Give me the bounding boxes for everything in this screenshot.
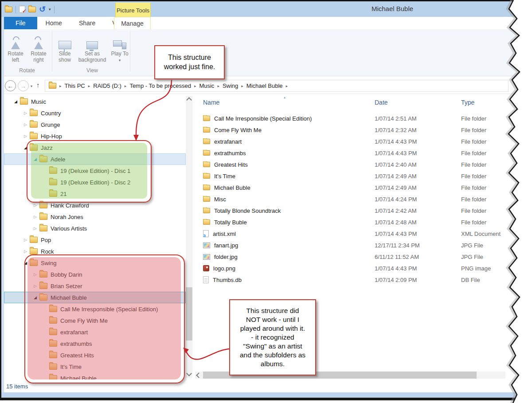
tab-share[interactable]: Share xyxy=(70,17,104,29)
file-row[interactable]: Misc 1/07/14 4:24 PM File folder xyxy=(195,193,510,205)
breadcrumb-segment[interactable]: Michael Buble ▸ xyxy=(246,82,291,89)
file-name: artist.xml xyxy=(213,231,236,237)
file-name-cell: extrathumbs xyxy=(203,150,375,157)
contextual-tab-group: Picture Tools xyxy=(115,3,151,18)
new-folder-icon[interactable] xyxy=(28,7,36,12)
file-type-cell: File folder xyxy=(461,207,510,214)
file-name: Michael Buble xyxy=(214,184,250,191)
tree-row[interactable]: Music xyxy=(4,96,186,107)
file-row[interactable]: It's Time 1/07/14 2:49 AM File folder xyxy=(195,170,510,182)
file-row[interactable]: Totally Blonde Soundtrack 1/07/14 2:42 A… xyxy=(195,205,510,216)
tree-row[interactable]: Country xyxy=(4,107,186,119)
tab-home[interactable]: Home xyxy=(37,17,70,29)
expander-icon[interactable] xyxy=(22,238,29,242)
folder-icon xyxy=(39,202,47,208)
properties-icon[interactable] xyxy=(19,6,25,13)
scroll-down-icon[interactable] xyxy=(186,371,192,376)
expander-icon[interactable] xyxy=(32,227,39,231)
tree-row[interactable]: Pop xyxy=(4,234,186,246)
tree-row[interactable]: Norah Jones xyxy=(4,211,186,223)
tree-vertical-scrollbar[interactable] xyxy=(186,96,192,378)
tree-row[interactable]: Various Artists xyxy=(4,223,186,234)
breadcrumb-segment[interactable]: RAID5 (D:) ▸ xyxy=(93,82,129,89)
file-name-cell: folder.jpg xyxy=(203,254,375,260)
file-row[interactable]: Greatest Hits 1/07/14 2:40 AM File folde… xyxy=(195,159,510,170)
scrollbar-thumb[interactable] xyxy=(186,287,192,340)
file-date-cell: 1/07/14 4:43 PM xyxy=(375,150,461,157)
tab-file[interactable]: File xyxy=(4,17,37,29)
column-header-type[interactable]: Type xyxy=(461,99,510,106)
file-row[interactable]: fanart.jpg 12/17/11 2:34 PM JPG File xyxy=(195,239,510,251)
file-row[interactable]: Call Me Irresponsible (Special Edition) … xyxy=(195,113,510,124)
breadcrumb-segment[interactable]: This PC ▸ xyxy=(65,82,94,89)
group-label-rotate: Rotate xyxy=(5,67,49,74)
expander-icon[interactable] xyxy=(12,100,19,104)
undo-icon[interactable]: ↺ xyxy=(39,5,46,13)
file-date-cell: 1/07/14 4:24 PM xyxy=(375,196,461,203)
file-row[interactable]: artist.xml 1/07/14 4:43 PM XML Document xyxy=(195,228,510,239)
breadcrumb-chevron-icon: ▸ xyxy=(56,84,65,88)
file-row[interactable]: extrafanart 1/07/14 4:43 PM File folder xyxy=(195,136,510,147)
file-name: Greatest Hits xyxy=(214,161,248,168)
callout-did-not-work: This structure did NOT work - until I pl… xyxy=(229,299,316,376)
set-as-background-icon xyxy=(86,32,98,49)
file-row[interactable]: Totally Buble 1/07/14 2:48 AM File folde… xyxy=(195,216,510,228)
file-row[interactable]: folder.jpg 6/11/12 11:52 AM JPG File xyxy=(195,251,510,262)
file-name: folder.jpg xyxy=(214,254,238,260)
column-header-name[interactable]: Name xyxy=(203,99,375,106)
file-row[interactable]: Michael Buble 1/07/14 2:49 AM File folde… xyxy=(195,182,510,193)
file-type-cell: File folder xyxy=(461,161,510,168)
file-date-cell: 1/07/14 2:48 AM xyxy=(375,219,461,226)
tab-manage[interactable]: Manage xyxy=(114,17,151,29)
breadcrumb-segment[interactable]: Music ▸ xyxy=(199,82,222,89)
expander-icon[interactable] xyxy=(22,134,29,138)
scroll-left-icon[interactable] xyxy=(196,372,202,378)
file-type-cell: File folder xyxy=(461,196,510,203)
expander-icon[interactable] xyxy=(22,250,29,254)
set-as-background-button[interactable]: Set as background xyxy=(76,32,109,63)
file-row[interactable]: Come Fly With Me 1/07/14 2:32 AM File fo… xyxy=(195,124,510,136)
forward-button[interactable]: → xyxy=(18,80,29,91)
recent-locations-caret-icon[interactable]: ▾ xyxy=(31,84,32,88)
expander-icon[interactable] xyxy=(32,203,39,207)
rotate-left-icon xyxy=(11,32,20,49)
expander-icon[interactable] xyxy=(22,123,29,127)
file-row[interactable]: extrathumbs 1/07/14 4:43 PM File folder xyxy=(195,147,510,159)
explorer-window: ↺ ▾ Michael Buble Picture Tools File Hom… xyxy=(0,0,532,403)
slide-show-button[interactable]: Slide show xyxy=(55,32,75,63)
button-label: Rotate right xyxy=(28,51,49,63)
breadcrumb-chevron-icon: ▸ xyxy=(238,84,246,88)
file-name: extrathumbs xyxy=(214,150,246,157)
file-type-cell: File folder xyxy=(461,173,510,180)
expander-icon[interactable] xyxy=(22,111,29,115)
file-name-cell: logo.png xyxy=(203,265,375,272)
file-row[interactable]: Thumbs.db 1/07/14 2:09 PM DB File xyxy=(195,274,510,286)
file-row[interactable]: logo.png 1/07/14 4:43 PM PNG image xyxy=(195,262,510,274)
quick-access-toolbar: ↺ ▾ xyxy=(5,4,55,15)
back-button[interactable]: ← xyxy=(5,80,16,91)
breadcrumb-segment[interactable]: Swing ▸ xyxy=(223,82,246,89)
file-type-icon xyxy=(203,219,210,225)
expander-icon[interactable] xyxy=(32,215,39,219)
qat-dropdown-icon[interactable]: ▾ xyxy=(49,7,51,12)
breadcrumb-segment-label: Music xyxy=(199,82,214,89)
play-to-icon xyxy=(113,32,126,49)
rotate-left-button[interactable]: Rotate left xyxy=(5,32,26,63)
file-date-cell: 1/07/14 2:51 AM xyxy=(375,115,461,122)
breadcrumb-segment[interactable]: Temp - To be processed ▸ xyxy=(129,82,199,89)
file-date-cell: 1/07/14 2:09 PM xyxy=(375,277,461,283)
folder-icon xyxy=(30,237,38,243)
file-name-cell: Misc xyxy=(203,196,375,203)
scroll-up-icon[interactable] xyxy=(186,97,192,103)
tree-row-label: Norah Jones xyxy=(51,214,83,220)
play-to-button[interactable]: Play To ▾ xyxy=(110,32,130,63)
ribbon-tab-row: File Home Share View Manage xyxy=(1,17,532,29)
file-type-cell: File folder xyxy=(461,219,510,226)
rotate-right-button[interactable]: Rotate right xyxy=(28,32,49,63)
up-button[interactable]: ↑ xyxy=(36,81,40,89)
tree-row[interactable]: Grunge xyxy=(4,119,186,130)
slide-show-icon xyxy=(59,32,71,49)
file-type-cell: File folder xyxy=(461,127,510,133)
address-breadcrumb[interactable]: ▸ This PC ▸ RAID5 (D:) ▸ Temp - To be pr… xyxy=(45,80,509,92)
column-header-date[interactable]: Date xyxy=(375,99,461,106)
